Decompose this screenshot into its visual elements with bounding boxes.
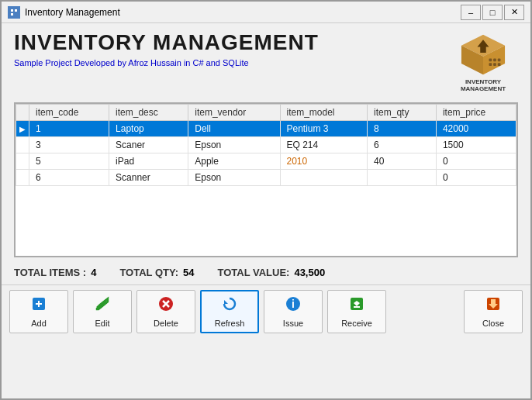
app-title: INVENTORY MANAGEMENT [14,31,440,55]
cell-item_desc: Scanner [109,170,188,186]
row-indicator [16,170,29,186]
edit-icon [94,295,111,316]
add-button-label: Add [31,319,47,328]
minimize-button[interactable]: – [461,5,481,20]
cell-item_model [280,170,368,186]
app-icon [8,6,20,19]
svg-rect-3 [11,13,13,16]
cell-item_qty: 40 [368,153,437,170]
table-row[interactable]: 6ScannerEpson0 [16,170,516,186]
cell-item_price: 0 [436,170,516,186]
logo-text-line2: MANAGEMENT [461,85,506,92]
cell-item_vendor: Apple [188,153,280,170]
total-qty-value: 54 [183,267,194,278]
col-item-code: item_code [29,105,109,121]
stats-bar: TOTAL ITEMS : 4 TOTAL QTY: 54 TOTAL VALU… [2,260,530,284]
title-bar: Inventory Management – □ ✕ [2,2,530,23]
issue-button-label: Issue [283,319,303,328]
window-title: Inventory Management [25,7,461,18]
svg-rect-0 [9,8,19,17]
svg-marker-20 [224,300,228,304]
close-icon [485,295,502,316]
total-qty-stat: TOTAL QTY: 54 [119,267,194,278]
cell-item_qty: 8 [368,121,437,137]
cell-item_desc: iPad [109,153,188,170]
maximize-button[interactable]: □ [482,5,503,20]
close-window-button[interactable]: ✕ [504,5,524,20]
delete-button[interactable]: Delete [136,290,195,333]
table-row[interactable]: 5iPadApple2010400 [16,153,516,170]
cell-item_desc: Scaner [109,137,188,153]
row-indicator [16,137,29,153]
col-item-qty: item_qty [368,105,437,121]
table-header: item_code item_desc item_vendor item_mod… [16,105,516,121]
cell-item_price: 42000 [436,121,516,137]
cell-item_price: 0 [436,153,516,170]
add-button[interactable]: Add [9,290,68,333]
logo-text-line1: INVENTORY [465,78,501,85]
header-section: INVENTORY MANAGEMENT Sample Project Deve… [2,23,530,99]
delete-button-label: Delete [154,319,178,328]
svg-rect-11 [489,63,492,66]
total-value-value: 43,500 [294,267,325,278]
receive-button[interactable]: Receive [327,290,386,333]
refresh-icon [221,295,238,316]
table-body[interactable]: ▶1LaptopDellPentium 38420003ScanerEpsonE… [16,121,516,186]
total-qty-label: TOTAL QTY: [119,267,178,278]
total-items-stat: TOTAL ITEMS : 4 [14,267,96,278]
action-buttons-bar: AddEditDeleteRefreshiIssueReceiveClose [2,284,530,338]
inventory-table: item_code item_desc item_vendor item_mod… [16,104,516,186]
cell-item_vendor: Epson [188,170,280,186]
close-button[interactable]: Close [464,290,523,333]
svg-rect-26 [354,306,360,308]
cell-item_model: 2010 [280,153,368,170]
cell-item_desc: Laptop [109,121,188,137]
row-indicator [16,153,29,170]
cell-item_qty: 6 [368,137,437,153]
svg-rect-9 [493,59,496,62]
col-item-model: item_model [280,105,368,121]
svg-rect-1 [11,9,13,12]
svg-rect-16 [36,303,42,305]
cell-item_model: Pentium 3 [280,121,368,137]
issue-button[interactable]: iIssue [264,290,323,333]
row-indicator: ▶ [16,121,29,137]
cell-item_model: EQ 214 [280,137,368,153]
total-value-stat: TOTAL VALUE: 43,500 [217,267,325,278]
col-item-vendor: item_vendor [188,105,280,121]
table-row[interactable]: ▶1LaptopDellPentium 3842000 [16,121,516,137]
svg-text:i: i [292,298,295,310]
header-text-block: INVENTORY MANAGEMENT Sample Project Deve… [14,31,440,67]
svg-rect-13 [498,63,501,66]
inventory-box-icon [452,31,514,78]
edit-button-label: Edit [95,319,110,328]
svg-rect-10 [498,59,501,62]
edit-button[interactable]: Edit [73,290,132,333]
svg-rect-8 [489,59,492,62]
cell-item_code: 5 [29,153,109,170]
cell-item_qty [368,170,437,186]
inventory-table-container: item_code item_desc item_vendor item_mod… [14,102,518,257]
cell-item_code: 3 [29,137,109,153]
issue-icon: i [285,295,302,316]
cell-item_vendor: Dell [188,121,280,137]
add-icon [30,295,47,316]
col-item-price: item_price [436,105,516,121]
svg-rect-2 [15,9,17,12]
refresh-button[interactable]: Refresh [200,290,259,333]
window-controls: – □ ✕ [461,5,524,20]
col-indicator [16,105,29,121]
total-value-label: TOTAL VALUE: [217,267,289,278]
table-row[interactable]: 3ScanerEpsonEQ 21461500 [16,137,516,153]
total-items-value: 4 [91,267,96,278]
receive-button-label: Receive [341,319,372,328]
cell-item_vendor: Epson [188,137,280,153]
close-button-label: Close [482,319,504,328]
cell-item_code: 6 [29,170,109,186]
logo-box: INVENTORY MANAGEMENT [448,31,518,93]
cell-item_price: 1500 [436,137,516,153]
svg-rect-12 [493,63,496,66]
delete-icon [157,295,174,316]
receive-icon [348,295,365,316]
cell-item_code: 1 [29,121,109,137]
